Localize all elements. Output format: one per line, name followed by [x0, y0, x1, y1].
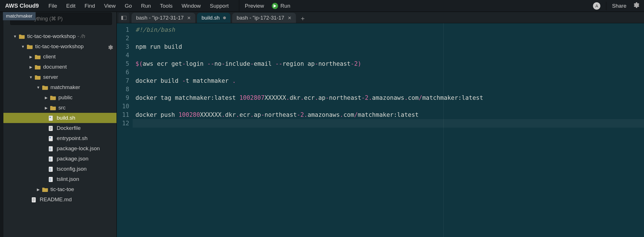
- folder-icon: [42, 187, 48, 192]
- preview-button[interactable]: Preview: [245, 3, 264, 9]
- file-icon: [31, 197, 37, 202]
- tree-root-suffix: - /h: [77, 33, 85, 39]
- brand: AWS Cloud9: [0, 3, 44, 9]
- menu-find[interactable]: Find: [80, 0, 99, 12]
- tree-root[interactable]: ▼ tic-tac-toe-workshop - /h: [0, 31, 116, 41]
- tab-label: bash - "ip-172-31-17: [237, 15, 284, 21]
- left-rail[interactable]: [0, 12, 3, 237]
- menu-window[interactable]: Window: [177, 0, 206, 12]
- tree-folder-server[interactable]: ▼ server: [0, 72, 116, 82]
- tree-file-tsconfig[interactable]: {} tsconfig.json: [0, 164, 116, 174]
- code-content[interactable]: #!/bin/bash npm run build $(aws ecr get-…: [133, 23, 644, 237]
- tree-label: Dockerfile: [57, 125, 80, 131]
- folder-icon: [50, 95, 56, 100]
- run-label: Run: [280, 3, 290, 9]
- unsaved-dot-icon: [223, 16, 226, 19]
- tree-label: tic-tac-toe: [50, 186, 74, 192]
- tree-folder-workshop[interactable]: ▼ tic-tac-toe-workshop: [0, 41, 116, 52]
- json-file-icon: {}: [48, 146, 54, 151]
- sidebar: Go to Anything (⌘ P) ▼ tic-tac-toe-works…: [0, 12, 117, 237]
- menu-items: File Edit Find View Go Run Tools Window …: [44, 0, 233, 12]
- new-tab-button[interactable]: ＋: [298, 14, 308, 23]
- tree-folder-public[interactable]: ▶ public: [0, 92, 116, 103]
- menu-support[interactable]: Support: [205, 0, 233, 12]
- menu-file[interactable]: File: [44, 0, 62, 12]
- menubar: AWS Cloud9 File Edit Find View Go Run To…: [0, 0, 644, 12]
- svg-text:{}: {}: [49, 178, 51, 181]
- svg-rect-1: [49, 116, 53, 121]
- svg-rect-4: [50, 127, 52, 128]
- tree-folder-src[interactable]: ▶ src: [0, 103, 116, 113]
- script-file-icon: [48, 115, 54, 120]
- svg-point-8: [50, 137, 51, 138]
- chevron-right-icon: ▶: [44, 96, 48, 100]
- tree-label: build.sh: [57, 115, 75, 121]
- tree-label: tsconfig.json: [57, 166, 87, 172]
- menu-tools[interactable]: Tools: [155, 0, 177, 12]
- json-file-icon: {}: [48, 166, 54, 172]
- svg-rect-20: [33, 201, 34, 201]
- tree-file-readme[interactable]: README.md: [0, 194, 116, 205]
- svg-text:{}: {}: [49, 168, 51, 171]
- tab-label: build.sh: [202, 15, 220, 21]
- chevron-down-icon: ▼: [36, 85, 40, 90]
- tabbar: bash - "ip-172-31-17 ✕ build.sh bash - "…: [117, 12, 644, 23]
- code-editor[interactable]: 123 456 789 101112 #!/bin/bash npm run b…: [117, 23, 644, 237]
- tree-label: client: [43, 54, 56, 60]
- chevron-right-icon: ▶: [29, 55, 33, 59]
- file-icon: [48, 126, 54, 131]
- tree-file-dockerfile[interactable]: Dockerfile: [0, 123, 116, 133]
- tree-folder-document[interactable]: ▶ document: [0, 62, 116, 72]
- tree-label: tic-tac-toe-workshop: [27, 33, 76, 39]
- tree-label: document: [43, 64, 67, 70]
- folder-icon: [35, 54, 41, 59]
- folder-icon: [27, 44, 33, 49]
- tree-folder-client[interactable]: ▶ client: [0, 52, 116, 62]
- tree-folder-tictactoe[interactable]: ▶ tic-tac-toe: [0, 184, 116, 194]
- tree-label: public: [58, 94, 73, 101]
- menu-run[interactable]: Run: [136, 0, 155, 12]
- folder-icon: [50, 105, 56, 110]
- tree-label: package.json: [57, 156, 88, 162]
- svg-text:{}: {}: [49, 147, 51, 150]
- tab-bash-1[interactable]: bash - "ip-172-31-17 ✕: [132, 13, 195, 23]
- menu-view[interactable]: View: [99, 0, 120, 12]
- tab-bash-2[interactable]: bash - "ip-172-31-17 ✕: [232, 13, 296, 23]
- close-icon[interactable]: ✕: [288, 15, 291, 21]
- avatar[interactable]: A: [593, 2, 600, 10]
- gear-icon[interactable]: [632, 1, 639, 10]
- divider: [239, 0, 239, 12]
- svg-text:{}: {}: [49, 158, 51, 160]
- tree-file-pkg[interactable]: {} package.json: [0, 154, 116, 164]
- share-button[interactable]: Share: [612, 3, 626, 9]
- tree-label: server: [43, 74, 58, 80]
- tree-label: matchmaker: [50, 84, 80, 90]
- tree-folder-matchmaker[interactable]: ▼ matchmaker: [0, 82, 116, 92]
- svg-rect-19: [33, 200, 35, 200]
- tree-settings-icon[interactable]: [107, 44, 113, 52]
- tree-file-buildsh[interactable]: build.sh: [0, 113, 116, 123]
- close-icon[interactable]: ✕: [187, 15, 191, 21]
- tree-file-entrypoint[interactable]: entrypoint.sh: [0, 133, 116, 143]
- tree-file-pkglock[interactable]: {} package-lock.json: [0, 143, 116, 154]
- svg-rect-18: [33, 198, 35, 199]
- json-file-icon: {}: [48, 177, 54, 182]
- folder-icon: [42, 85, 48, 90]
- tab-label: bash - "ip-172-31-17: [136, 15, 184, 21]
- menu-edit[interactable]: Edit: [62, 0, 80, 12]
- tree-label: src: [58, 105, 65, 111]
- svg-rect-5: [50, 128, 52, 129]
- tab-buildsh[interactable]: build.sh: [197, 13, 230, 23]
- svg-marker-0: [274, 4, 276, 8]
- svg-point-2: [50, 117, 51, 118]
- tree-file-tslint[interactable]: {} tslint.json: [0, 174, 116, 184]
- svg-rect-7: [49, 136, 53, 141]
- editor-area: bash - "ip-172-31-17 ✕ build.sh bash - "…: [117, 12, 644, 237]
- folder-icon: [35, 64, 41, 69]
- run-button[interactable]: Run: [272, 3, 290, 9]
- menu-go[interactable]: Go: [120, 0, 136, 12]
- panel-toggle-icon[interactable]: [118, 13, 129, 23]
- play-icon: [272, 3, 278, 9]
- tooltip: matchmaker: [3, 12, 36, 20]
- tree-label: tslint.json: [57, 176, 79, 182]
